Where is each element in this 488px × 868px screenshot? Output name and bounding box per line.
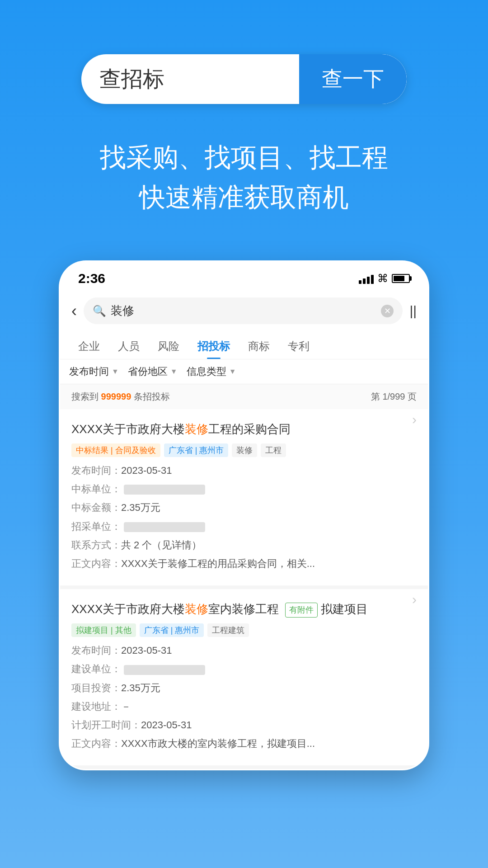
- card-1-winner: 中标单位：: [71, 481, 417, 497]
- card-1-publish-date: 发布时间：2023-05-31: [71, 462, 417, 478]
- card-2-investment: 项目投资：2.35万元: [71, 680, 417, 696]
- card-1-tag-keyword1: 装修: [232, 443, 257, 457]
- tab-bar: 企业 人员 风险 招投标 商标 专利: [60, 331, 428, 359]
- card-1-amount: 中标金额：2.35万元: [71, 500, 417, 515]
- card-1-purchaser-blurred: [124, 522, 205, 532]
- card-1-tags: 中标结果 | 合同及验收 广东省 | 惠州市 装修 工程: [71, 443, 417, 457]
- search-input-area[interactable]: 查招标: [81, 65, 299, 94]
- filter-region[interactable]: 省份地区 ▼: [128, 365, 178, 378]
- card-1-tag-keyword2: 工程: [261, 443, 286, 457]
- filter-info-type[interactable]: 信息类型 ▼: [187, 365, 236, 378]
- card-2-title: XXXX关于市政府大楼装修室内装修工程 有附件 拟建项目 ›: [71, 600, 417, 618]
- results-suffix: 条招投标: [134, 392, 170, 401]
- card-1-tag-region: 广东省 | 惠州市: [164, 443, 229, 457]
- card-2-address: 建设地址：－: [71, 698, 417, 714]
- filter-row: 发布时间 ▼ 省份地区 ▼ 信息类型 ▼: [60, 359, 428, 384]
- phone-search-input[interactable]: 🔍 装修 ✕: [84, 297, 403, 324]
- filter-type-label: 信息类型: [187, 365, 226, 378]
- signal-bar-1: [359, 280, 361, 284]
- signal-icon: [359, 273, 374, 284]
- wifi-icon: ⌘: [377, 272, 388, 285]
- tab-risk[interactable]: 风险: [149, 331, 188, 359]
- card-1-purchaser: 招采单位：: [71, 519, 417, 534]
- result-card-2[interactable]: XXXX关于市政府大楼装修室内装修工程 有附件 拟建项目 › 拟建项目 | 其他…: [60, 589, 428, 769]
- card-1-arrow: ›: [412, 409, 417, 429]
- card-1-contact: 联系方式：共 2 个（见详情）: [71, 537, 417, 553]
- status-icons: ⌘: [359, 272, 410, 285]
- card-1-tag-type: 中标结果 | 合同及验收: [71, 443, 160, 457]
- results-page: 第 1/999 页: [371, 391, 417, 403]
- card-2-tag-type: 拟建项目 | 其他: [71, 623, 136, 637]
- tagline-line1: 找采购、找项目、找工程: [0, 140, 488, 175]
- filter-time-label: 发布时间: [69, 365, 109, 378]
- card-2-start-time: 计划开工时间：2023-05-31: [71, 717, 417, 733]
- search-input-text: 查招标: [99, 65, 164, 94]
- filter-time-arrow: ▼: [112, 368, 119, 376]
- clear-button[interactable]: ✕: [381, 305, 394, 317]
- filter-type-arrow: ▼: [229, 368, 236, 376]
- filter-region-arrow: ▼: [170, 368, 178, 376]
- card-1-winner-blurred: [124, 485, 205, 495]
- search-button[interactable]: 查一下: [299, 54, 407, 104]
- tab-bidding[interactable]: 招投标: [188, 331, 239, 359]
- phone-mockup: 2:36 ⌘ ‹ 🔍 装修 ✕ ||: [59, 260, 429, 770]
- phone-search-bar: ‹ 🔍 装修 ✕ ||: [60, 291, 428, 331]
- card-2-tag-region: 广东省 | 惠州市: [140, 623, 204, 637]
- results-count-text: 搜索到 999999 条招投标: [71, 391, 170, 403]
- card-2-arrow: ›: [412, 589, 417, 609]
- battery-icon: [392, 274, 410, 283]
- status-bar: 2:36 ⌘: [60, 262, 428, 291]
- signal-bar-4: [371, 275, 374, 284]
- tagline-section: 找采购、找项目、找工程 快速精准获取商机: [0, 131, 488, 242]
- main-search-bar: 查招标 查一下: [81, 54, 407, 104]
- search-icon: 🔍: [93, 305, 106, 317]
- results-info-bar: 搜索到 999999 条招投标 第 1/999 页: [60, 384, 428, 409]
- card-2-content: 正文内容：XXXX市政大楼的室内装修工程，拟建项目...: [71, 736, 417, 751]
- tab-person[interactable]: 人员: [109, 331, 149, 359]
- card-1-title: XXXX关于市政府大楼装修工程的采购合同 ›: [71, 420, 417, 438]
- card-2-highlight: 装修: [185, 602, 208, 616]
- phone-search-value: 装修: [111, 303, 134, 319]
- tab-patent[interactable]: 专利: [279, 331, 319, 359]
- results-prefix: 搜索到: [71, 392, 101, 401]
- card-2-tag-keyword1: 工程建筑: [207, 623, 249, 637]
- signal-bar-2: [363, 278, 366, 284]
- filter-icon[interactable]: ||: [409, 303, 417, 319]
- tagline-line2: 快速精准获取商机: [0, 180, 488, 215]
- filter-region-label: 省份地区: [128, 365, 168, 378]
- card-2-attachment-badge: 有附件: [285, 603, 318, 618]
- back-button[interactable]: ‹: [71, 302, 77, 321]
- card-2-tags: 拟建项目 | 其他 广东省 | 惠州市 工程建筑: [71, 623, 417, 637]
- signal-bar-3: [367, 277, 370, 284]
- tab-trademark[interactable]: 商标: [239, 331, 279, 359]
- card-2-builder-blurred: [124, 665, 205, 675]
- results-count: 999999: [101, 392, 131, 401]
- status-time: 2:36: [78, 271, 105, 286]
- battery-fill: [394, 276, 404, 281]
- card-1-highlight: 装修: [185, 422, 208, 436]
- card-1-content: 正文内容：XXXX关于装修工程的用品采购合同，相关...: [71, 556, 417, 571]
- tab-company[interactable]: 企业: [69, 331, 109, 359]
- card-2-publish-date: 发布时间：2023-05-31: [71, 642, 417, 658]
- search-section: 查招标 查一下: [0, 0, 488, 131]
- filter-publish-time[interactable]: 发布时间 ▼: [69, 365, 119, 378]
- card-2-builder: 建设单位：: [71, 661, 417, 677]
- result-card-1[interactable]: XXXX关于市政府大楼装修工程的采购合同 › 中标结果 | 合同及验收 广东省 …: [60, 409, 428, 589]
- phone-wrapper: 2:36 ⌘ ‹ 🔍 装修 ✕ ||: [0, 242, 488, 770]
